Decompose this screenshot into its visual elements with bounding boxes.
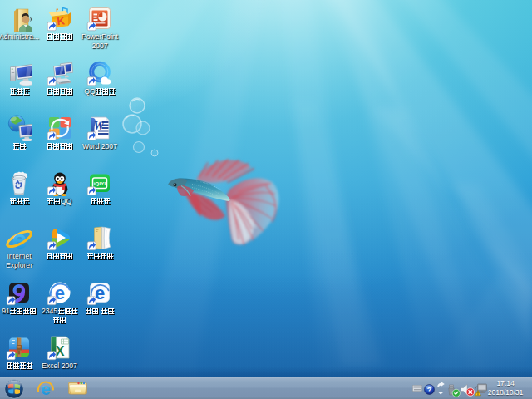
svg-text:X: X bbox=[55, 344, 64, 358]
svg-text:iQIYI: iQIYI bbox=[94, 181, 106, 186]
svg-text:?: ? bbox=[427, 386, 432, 394]
svg-text:e: e bbox=[54, 283, 64, 303]
svg-text:W: W bbox=[94, 120, 106, 132]
